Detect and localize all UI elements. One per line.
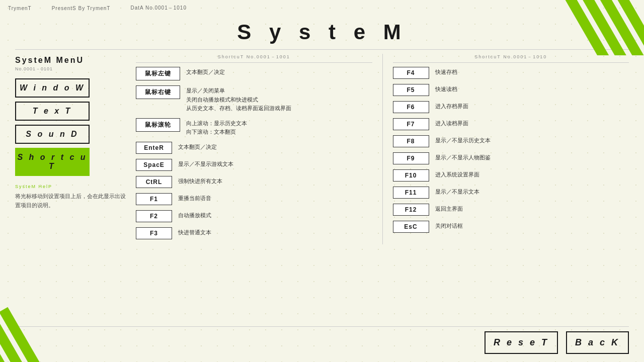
desc-mouse-right: 显示／关闭菜单关闭自动播放模式和快进模式从历史文本、存档、读档界面返回游戏界面 — [186, 85, 291, 113]
key-f5[interactable]: F5 — [393, 84, 429, 96]
desc-f11: 显示／不显示文本 — [435, 187, 479, 197]
desc-f3: 快进替通文本 — [178, 227, 211, 237]
shortcut-row-space: SpacE 显示／不显示游戏文本 — [136, 159, 372, 171]
shortcut-columns: ShortcuT No.0001－1001 鼠标左键 文本翻页／决定 鼠标右键 … — [136, 54, 629, 244]
bottom-separator — [15, 326, 629, 327]
main-layout: SysteM MenU No.0001－0101 W i n d o W T e… — [0, 54, 644, 244]
menu-btn-text[interactable]: T e x T — [15, 102, 90, 121]
help-title: SysteM HelP — [15, 184, 126, 189]
key-f11[interactable]: F11 — [393, 187, 429, 199]
brand-label: TrymenT — [8, 6, 32, 11]
shortcut-row-f8: F8 显示／不显示历史文本 — [393, 135, 629, 147]
shortcut-row-f6: F6 进入存档界面 — [393, 101, 629, 113]
shortcut-row-f12: F12 返回主界面 — [393, 204, 629, 216]
key-scroll[interactable]: 鼠标滚轮 — [136, 118, 180, 132]
shortcut-row-f4: F4 快速存档 — [393, 67, 629, 79]
key-mouse-right[interactable]: 鼠标右键 — [136, 85, 180, 99]
key-mouse-left[interactable]: 鼠标左键 — [136, 67, 180, 80]
shortcut-row-f1: F1 重播当前语音 — [136, 193, 372, 205]
key-space[interactable]: SpacE — [136, 159, 172, 171]
back-button[interactable]: B a c K — [566, 331, 629, 354]
key-ctrl[interactable]: CtRL — [136, 176, 172, 188]
desc-f4: 快速存档 — [435, 67, 457, 77]
footer-buttons: R e s e T B a c K — [485, 331, 629, 354]
desc-mouse-left: 文本翻页／决定 — [186, 67, 225, 77]
desc-f8: 显示／不显示历史文本 — [435, 135, 491, 145]
desc-f9: 显示／不显示人物图鉴 — [435, 152, 491, 162]
desc-f6: 进入存档界面 — [435, 101, 468, 111]
key-f4[interactable]: F4 — [393, 67, 429, 79]
menu-btn-window[interactable]: W i n d o W — [15, 78, 90, 98]
key-f8[interactable]: F8 — [393, 135, 429, 147]
col-divider — [382, 54, 383, 244]
left-col-header: ShortcuT No.0001－1001 — [136, 54, 372, 63]
key-enter[interactable]: EnteR — [136, 142, 172, 154]
help-section: SysteM HelP 将光标移动到设置项目上后，会在此显示出设置项目的说明。 — [15, 184, 126, 210]
desc-f1: 重播当前语音 — [178, 193, 211, 203]
shortcut-row-esc: EsC 关闭对话框 — [393, 221, 629, 233]
page-title: S y s t e M — [0, 20, 644, 44]
desc-f2: 自动播放模式 — [178, 210, 211, 220]
shortcut-row-enter: EnteR 文本翻页／决定 — [136, 142, 372, 154]
data-label: DatA No.0001－1010 — [130, 5, 187, 12]
shortcut-col-left: ShortcuT No.0001－1001 鼠标左键 文本翻页／决定 鼠标右键 … — [136, 54, 372, 244]
desc-f10: 进入系统设置界面 — [435, 169, 479, 179]
top-bar: TrymenT PresentS By TrymenT DatA No.0001… — [0, 0, 644, 16]
shortcut-row-f2: F2 自动播放模式 — [136, 210, 372, 222]
sidebar-title: SysteM MenU — [15, 56, 126, 65]
shortcut-row-ctrl: CtRL 强制快进所有文本 — [136, 176, 372, 188]
shortcut-row-f9: F9 显示／不显示人物图鉴 — [393, 152, 629, 164]
key-f2[interactable]: F2 — [136, 210, 172, 222]
shortcut-row-mouse-left: 鼠标左键 文本翻页／决定 — [136, 67, 372, 80]
shortcut-row-mouse-right: 鼠标右键 显示／关闭菜单关闭自动播放模式和快进模式从历史文本、存档、读档界面返回… — [136, 85, 372, 113]
key-f6[interactable]: F6 — [393, 101, 429, 113]
title-divider — [15, 49, 629, 50]
key-esc[interactable]: EsC — [393, 221, 429, 233]
shortcut-col-right: ShortcuT No.0001－1010 F4 快速存档 F5 快速读档 F6… — [393, 54, 629, 244]
key-f7[interactable]: F7 — [393, 118, 429, 130]
desc-ctrl: 强制快进所有文本 — [178, 176, 222, 186]
help-text: 将光标移动到设置项目上后，会在此显示出设置项目的说明。 — [15, 192, 126, 210]
desc-f7: 进入读档界面 — [435, 118, 468, 128]
desc-f12: 返回主界面 — [435, 204, 463, 214]
desc-f5: 快速读档 — [435, 84, 457, 94]
desc-esc: 关闭对话框 — [435, 221, 463, 231]
menu-btn-sound[interactable]: S o u n D — [15, 125, 90, 144]
shortcut-row-f7: F7 进入读档界面 — [393, 118, 629, 130]
key-f10[interactable]: F10 — [393, 169, 429, 182]
reset-button[interactable]: R e s e T — [485, 331, 558, 354]
sidebar-sub: No.0001－0101 — [15, 66, 126, 72]
sidebar: SysteM MenU No.0001－0101 W i n d o W T e… — [15, 54, 126, 244]
key-f12[interactable]: F12 — [393, 204, 429, 216]
shortcut-row-f11: F11 显示／不显示文本 — [393, 187, 629, 199]
desc-enter: 文本翻页／决定 — [178, 142, 217, 152]
deco-stripe-top-right — [553, 0, 644, 55]
key-f1[interactable]: F1 — [136, 193, 172, 205]
shortcut-row-f10: F10 进入系统设置界面 — [393, 169, 629, 182]
deco-stripe-bottom-left — [0, 302, 91, 362]
menu-btn-shortcut[interactable]: S h o r t c u T — [15, 148, 90, 176]
shortcut-row-scroll: 鼠标滚轮 向上滚动：显示历史文本向下滚动：文本翻页 — [136, 118, 372, 137]
desc-space: 显示／不显示游戏文本 — [178, 159, 233, 169]
shortcut-row-f5: F5 快速读档 — [393, 84, 629, 96]
key-f3[interactable]: F3 — [136, 227, 172, 239]
key-f9[interactable]: F9 — [393, 152, 429, 164]
shortcut-content: ShortcuT No.0001－1001 鼠标左键 文本翻页／决定 鼠标右键 … — [126, 54, 629, 244]
desc-scroll: 向上滚动：显示历史文本向下滚动：文本翻页 — [186, 118, 247, 137]
shortcut-row-f3: F3 快进替通文本 — [136, 227, 372, 239]
presents-label: PresentS By TrymenT — [52, 6, 111, 11]
